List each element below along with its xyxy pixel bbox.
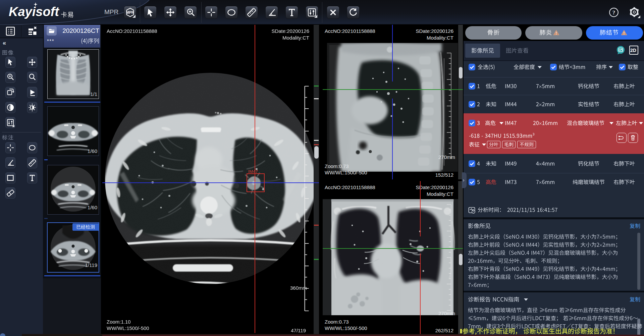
svg-text:MPR: MPR: [126, 10, 134, 14]
svg-text:?: ?: [612, 9, 615, 16]
